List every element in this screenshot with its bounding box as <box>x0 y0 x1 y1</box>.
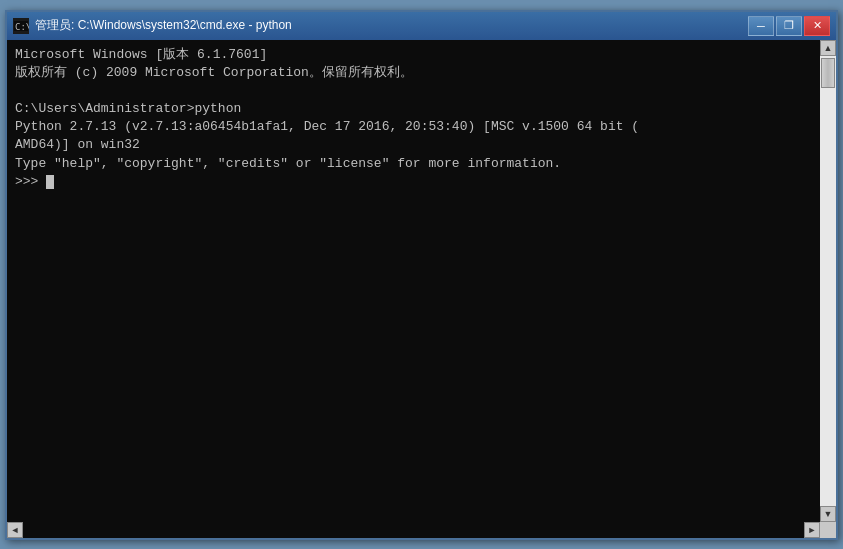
window-content: Microsoft Windows [版本 6.1.7601] 版权所有 (c)… <box>7 40 836 522</box>
terminal-line6: AMD64)] on win32 <box>15 137 140 152</box>
cmd-icon: C:\ <box>13 18 29 34</box>
cmd-window: C:\ 管理员: C:\Windows\system32\cmd.exe - p… <box>5 10 838 540</box>
scroll-up-button[interactable]: ▲ <box>820 40 836 56</box>
window-controls: ─ ❐ ✕ <box>748 16 830 36</box>
terminal-prompt: >>> <box>15 174 46 189</box>
horizontal-scrollbar: ◄ ► <box>7 522 836 538</box>
svg-text:C:\: C:\ <box>15 22 29 32</box>
scroll-down-button[interactable]: ▼ <box>820 506 836 522</box>
minimize-button[interactable]: ─ <box>748 16 774 36</box>
scroll-right-button[interactable]: ► <box>804 522 820 538</box>
scroll-left-button[interactable]: ◄ <box>7 522 23 538</box>
scrollbar-corner <box>820 522 836 538</box>
cursor <box>46 175 54 189</box>
terminal-line2: 版权所有 (c) 2009 Microsoft Corporation。保留所有… <box>15 65 413 80</box>
terminal-line1: Microsoft Windows [版本 6.1.7601] <box>15 47 267 62</box>
scroll-track[interactable] <box>820 56 836 506</box>
scroll-thumb[interactable] <box>821 58 835 88</box>
terminal-line4: C:\Users\Administrator>python <box>15 101 241 116</box>
vertical-scrollbar: ▲ ▼ <box>820 40 836 522</box>
window-title: 管理员: C:\Windows\system32\cmd.exe - pytho… <box>35 17 748 34</box>
terminal-line7: Type "help", "copyright", "credits" or "… <box>15 156 561 171</box>
title-bar: C:\ 管理员: C:\Windows\system32\cmd.exe - p… <box>7 12 836 40</box>
restore-button[interactable]: ❐ <box>776 16 802 36</box>
close-button[interactable]: ✕ <box>804 16 830 36</box>
horizontal-scroll-track[interactable] <box>23 522 804 538</box>
terminal-output[interactable]: Microsoft Windows [版本 6.1.7601] 版权所有 (c)… <box>7 40 820 522</box>
terminal-line5: Python 2.7.13 (v2.7.13:a06454b1afa1, Dec… <box>15 119 639 134</box>
